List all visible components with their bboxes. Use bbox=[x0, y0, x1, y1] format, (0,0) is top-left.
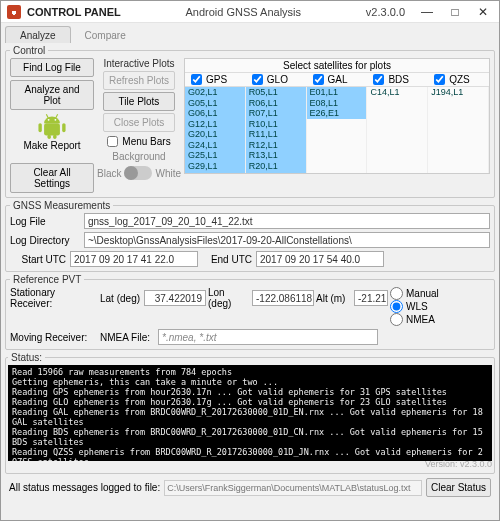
status-line: Read 15966 raw measurements from 784 epo… bbox=[12, 367, 488, 377]
menu-bars-row: Menu Bars bbox=[107, 136, 170, 147]
radio-manual[interactable]: Manual bbox=[390, 287, 448, 300]
log-file-input[interactable]: gnss_log_2017_09_20_10_41_22.txt bbox=[84, 213, 490, 229]
make-report-button[interactable]: Make Report bbox=[10, 113, 94, 151]
sat-item[interactable]: G12,L1 bbox=[185, 119, 245, 130]
tab-analyze[interactable]: Analyze bbox=[5, 26, 71, 43]
sat-item[interactable]: G02,L1 bbox=[185, 87, 245, 98]
app-window: CONTROL PANEL Android GNSS Analysis v2.3… bbox=[0, 0, 500, 521]
minimize-button[interactable]: — bbox=[413, 2, 441, 22]
nmea-file-label: NMEA File: bbox=[100, 332, 156, 343]
sat-head-qzs[interactable]: QZS bbox=[428, 73, 489, 86]
sat-item[interactable]: G24,L1 bbox=[185, 140, 245, 151]
sat-item[interactable]: E08,L1 bbox=[307, 98, 367, 109]
status-panel: Status: Read 15966 raw measurements from… bbox=[5, 352, 495, 474]
tile-plots-button[interactable]: Tile Plots bbox=[103, 92, 175, 111]
clear-all-button[interactable]: Clear All Settings bbox=[10, 163, 94, 193]
lon-input[interactable]: -122.086118 bbox=[252, 290, 314, 306]
svg-rect-1 bbox=[38, 123, 41, 132]
sat-item[interactable]: R06,L1 bbox=[246, 98, 306, 109]
title-version: v2.3.0.0 bbox=[366, 6, 405, 18]
log-dir-label: Log Directory bbox=[10, 235, 80, 246]
sat-item[interactable]: G29,L1 bbox=[185, 161, 245, 172]
sat-item[interactable]: R07,L1 bbox=[246, 108, 306, 119]
tab-compare[interactable]: Compare bbox=[71, 27, 140, 43]
title-left: CONTROL PANEL bbox=[27, 6, 121, 18]
status-console[interactable]: Read 15966 raw measurements from 784 epo… bbox=[8, 365, 492, 461]
sat-item[interactable]: R11,L1 bbox=[246, 129, 306, 140]
log-dir-input[interactable]: ~\Desktop\GnssAnalysisFiles\2017-09-20-A… bbox=[84, 232, 490, 248]
menu-bars-checkbox[interactable] bbox=[107, 136, 118, 147]
control-panel: Control Find Log File Analyze and Plot bbox=[5, 45, 495, 198]
status-legend: Status: bbox=[8, 352, 45, 363]
radio-wls[interactable]: WLS bbox=[390, 300, 448, 313]
radio-nmea[interactable]: NMEA bbox=[390, 313, 448, 326]
analyze-plot-button[interactable]: Analyze and Plot bbox=[10, 80, 94, 110]
sat-item[interactable]: G25,L1 bbox=[185, 150, 245, 161]
status-line: Reading GLO ephemeris from hour2630.17g … bbox=[12, 397, 488, 407]
end-utc-input[interactable]: 2017 09 20 17 54 40.0 bbox=[256, 251, 384, 267]
sat-item[interactable]: G31,L1 bbox=[185, 171, 245, 173]
version-value: v2.3.0.0 bbox=[460, 459, 492, 469]
satellites-area: Select satellites for plots GPS GLO GAL … bbox=[184, 58, 490, 193]
sat-item[interactable]: R21,L1 bbox=[246, 171, 306, 173]
status-line: Reading GAL ephemeris from BRDC00WRD_R_2… bbox=[12, 407, 488, 427]
find-log-button[interactable]: Find Log File bbox=[10, 58, 94, 77]
svg-rect-4 bbox=[53, 134, 56, 139]
svg-point-7 bbox=[48, 119, 50, 121]
sat-item[interactable]: E01,L1 bbox=[307, 87, 367, 98]
sat-item[interactable]: G20,L1 bbox=[185, 129, 245, 140]
clear-status-button[interactable]: Clear Status bbox=[426, 478, 491, 497]
sat-head-gal[interactable]: GAL bbox=[307, 73, 368, 86]
background-toggle[interactable] bbox=[124, 166, 152, 180]
ref-legend: Reference PVT bbox=[10, 274, 84, 285]
stationary-label: Stationary Receiver: bbox=[10, 287, 98, 309]
alt-input[interactable]: -21.21 bbox=[354, 290, 388, 306]
android-icon bbox=[35, 113, 69, 139]
interactive-plots-col: Interactive Plots Refresh Plots Tile Plo… bbox=[98, 58, 180, 193]
sat-col-glo: R05,L1R06,L1R07,L1R10,L1R11,L1R12,L1R13,… bbox=[246, 87, 307, 173]
sat-item[interactable]: E26,E1 bbox=[307, 108, 367, 119]
background-label: Background bbox=[112, 151, 165, 162]
svg-rect-3 bbox=[47, 134, 50, 139]
close-button[interactable]: ✕ bbox=[469, 2, 497, 22]
svg-rect-0 bbox=[44, 123, 60, 135]
sat-item[interactable]: J194,L1 bbox=[428, 87, 488, 98]
background-toggle-row: Background bbox=[112, 151, 165, 162]
sat-item[interactable]: R05,L1 bbox=[246, 87, 306, 98]
sat-item[interactable]: R13,L1 bbox=[246, 150, 306, 161]
start-utc-label: Start UTC bbox=[10, 254, 66, 265]
svg-point-8 bbox=[54, 119, 56, 121]
lat-input[interactable]: 37.422019 bbox=[144, 290, 206, 306]
control-legend: Control bbox=[10, 45, 48, 56]
sat-item[interactable]: R10,L1 bbox=[246, 119, 306, 130]
sat-head-gps[interactable]: GPS bbox=[185, 73, 246, 86]
sat-item[interactable]: C14,L1 bbox=[367, 87, 427, 98]
app-logo-icon bbox=[7, 5, 21, 19]
sat-col-gps: G02,L1G05,L1G06,L1G12,L1G20,L1G24,L1G25,… bbox=[185, 87, 246, 173]
sat-head-glo[interactable]: GLO bbox=[246, 73, 307, 86]
sat-item[interactable]: R20,L1 bbox=[246, 161, 306, 172]
version-label: Version: bbox=[425, 459, 458, 469]
footer-path[interactable]: C:\Users\FrankSiggerman\Documents\MATLAB… bbox=[164, 480, 422, 496]
start-utc-input[interactable]: 2017 09 20 17 41 22.0 bbox=[70, 251, 198, 267]
sat-caption: Select satellites for plots bbox=[185, 60, 489, 71]
svg-rect-2 bbox=[62, 123, 65, 132]
sat-item[interactable]: G06,L1 bbox=[185, 108, 245, 119]
refresh-plots-button[interactable]: Refresh Plots bbox=[103, 71, 175, 90]
nmea-file-input[interactable]: *.nmea, *.txt bbox=[158, 329, 378, 345]
close-plots-button[interactable]: Close Plots bbox=[103, 113, 175, 132]
sat-columns[interactable]: G02,L1G05,L1G06,L1G12,L1G20,L1G24,L1G25,… bbox=[185, 87, 489, 173]
sat-headers: GPS GLO GAL BDS QZS bbox=[185, 72, 489, 87]
moving-label: Moving Receiver: bbox=[10, 332, 98, 343]
sat-col-bds: C14,L1 bbox=[367, 87, 428, 173]
lat-label: Lat (deg) bbox=[100, 293, 142, 304]
sat-item[interactable]: G05,L1 bbox=[185, 98, 245, 109]
reference-pvt-panel: Reference PVT Stationary Receiver: Lat (… bbox=[5, 274, 495, 350]
sat-head-bds[interactable]: BDS bbox=[367, 73, 428, 86]
sat-col-qzs: J194,L1 bbox=[428, 87, 489, 173]
sat-item[interactable]: R12,L1 bbox=[246, 140, 306, 151]
control-col-left: Find Log File Analyze and Plot bbox=[10, 58, 94, 193]
interactive-plots-label: Interactive Plots bbox=[103, 58, 174, 69]
bg-white-label: White bbox=[155, 168, 181, 179]
maximize-button[interactable]: □ bbox=[441, 2, 469, 22]
